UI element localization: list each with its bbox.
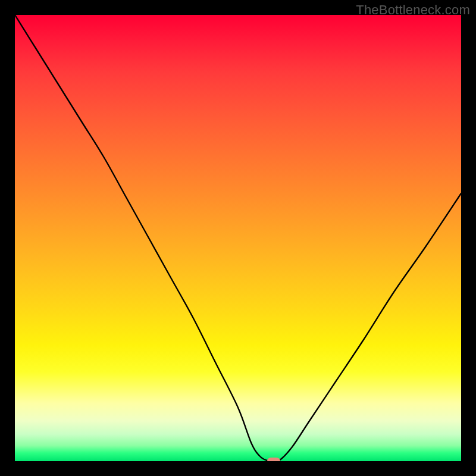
chart-frame: TheBottleneck.com <box>0 0 476 476</box>
plot-area <box>15 15 461 461</box>
curve-path <box>15 15 461 461</box>
watermark-text: TheBottleneck.com <box>356 2 470 18</box>
optimal-marker <box>267 458 280 461</box>
bottleneck-curve <box>15 15 461 461</box>
